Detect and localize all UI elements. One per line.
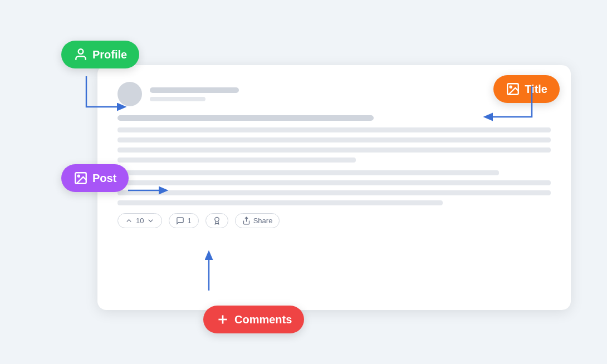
username-line <box>150 87 239 93</box>
header-lines <box>150 87 239 101</box>
downvote-icon <box>146 217 155 225</box>
comments-icon <box>216 312 230 327</box>
upvote-icon <box>125 217 133 225</box>
svg-point-6 <box>78 175 80 177</box>
content-line <box>118 190 551 195</box>
content-block-2 <box>118 170 551 205</box>
post-icon <box>74 171 88 185</box>
profile-badge-label: Profile <box>92 48 127 61</box>
award-icon <box>213 217 221 225</box>
comment-count: 1 <box>187 217 191 225</box>
share-label: Share <box>253 217 273 225</box>
arrow-post <box>128 185 173 196</box>
action-bar: 10 1 <box>118 213 551 228</box>
comment-icon <box>176 217 184 225</box>
share-icon <box>242 217 251 225</box>
profile-icon <box>74 47 88 62</box>
profile-badge[interactable]: Profile <box>61 41 139 68</box>
arrow-title <box>482 86 537 136</box>
svg-point-2 <box>79 49 84 54</box>
content-line <box>118 170 499 175</box>
content-line <box>118 147 551 153</box>
subinfo-line <box>150 97 205 101</box>
title-line <box>118 115 374 121</box>
vote-count: 10 <box>136 217 144 225</box>
content-line <box>118 158 356 163</box>
post-badge[interactable]: Post <box>61 164 129 192</box>
content-line <box>118 137 551 142</box>
arrow-profile <box>81 76 131 126</box>
comment-pill[interactable]: 1 <box>169 213 198 228</box>
share-pill[interactable]: Share <box>235 213 280 228</box>
content-line <box>118 180 551 185</box>
comments-badge[interactable]: Comments <box>203 306 304 333</box>
comments-badge-label: Comments <box>234 313 292 326</box>
award-pill[interactable] <box>205 213 228 228</box>
arrow-comments <box>192 249 226 293</box>
vote-pill[interactable]: 10 <box>118 213 162 228</box>
svg-point-0 <box>214 217 219 222</box>
post-badge-label: Post <box>92 172 116 185</box>
content-line <box>118 200 443 205</box>
scene: 10 1 <box>31 21 576 343</box>
